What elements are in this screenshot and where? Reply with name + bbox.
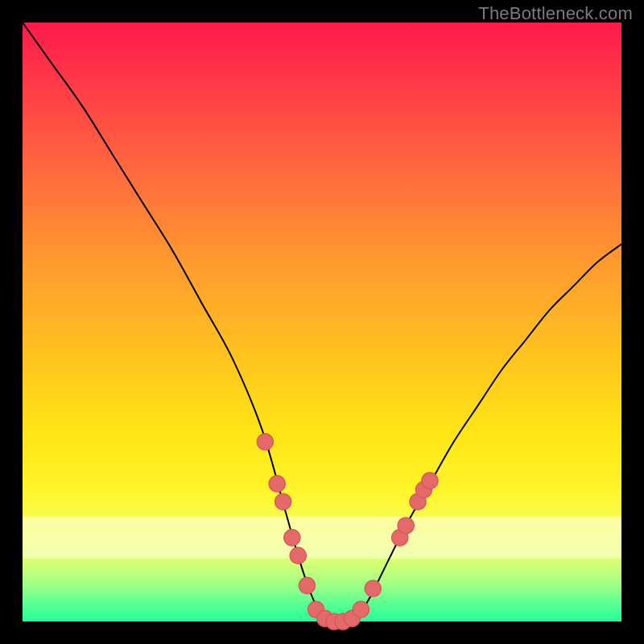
marker-dot (290, 547, 306, 564)
marker-dot (275, 493, 291, 510)
marker-dot (398, 518, 414, 534)
marker-dot (257, 434, 273, 450)
marker-dot (353, 601, 369, 617)
curve-layer (23, 23, 621, 621)
marker-dot (299, 577, 315, 593)
marker-dot (284, 530, 300, 546)
highlight-dots (257, 434, 438, 630)
bottleneck-curve (23, 23, 621, 622)
marker-dot (269, 476, 285, 492)
watermark-text: TheBottleneck.com (478, 3, 633, 24)
plot-area (23, 23, 621, 621)
marker-dot (422, 473, 438, 489)
chart-frame: TheBottleneck.com (0, 0, 644, 644)
marker-dot (365, 580, 381, 597)
